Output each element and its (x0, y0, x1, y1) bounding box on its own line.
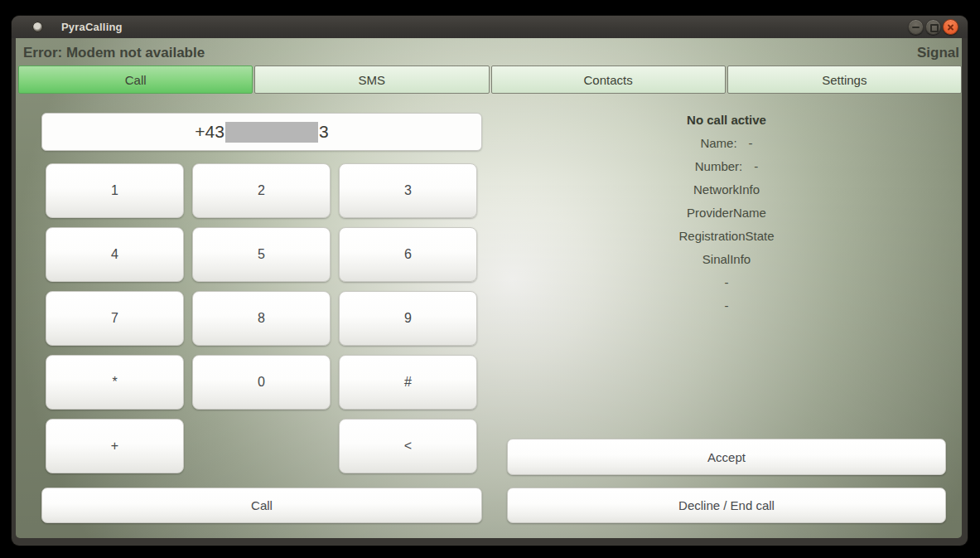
tab-settings[interactable]: Settings (727, 66, 962, 94)
info-row-number: Number:- (507, 155, 946, 178)
maximize-button[interactable] (925, 19, 941, 35)
info-row-registration: RegistrationState (507, 225, 946, 248)
key-9[interactable]: 9 (339, 291, 477, 346)
key-2[interactable]: 2 (192, 163, 331, 218)
number-prefix: +43 (195, 122, 224, 142)
tab-contacts[interactable]: Contacts (491, 66, 726, 94)
minimize-button[interactable] (908, 19, 924, 35)
tab-call[interactable]: Call (18, 66, 253, 94)
info-label: ProviderName (687, 201, 766, 225)
error-message: Error: Modem not available (23, 45, 205, 61)
tab-bar: Call SMS Contacts Settings (18, 66, 962, 94)
key-4[interactable]: 4 (46, 227, 184, 282)
call-button[interactable]: Call (41, 488, 482, 523)
key-star[interactable]: * (46, 355, 184, 410)
key-1[interactable]: 1 (46, 163, 184, 218)
key-5[interactable]: 5 (192, 227, 331, 282)
info-label: Name: (700, 132, 736, 155)
key-3[interactable]: 3 (339, 163, 477, 218)
app-window: PyraCalling Error: Modem not available S… (12, 16, 968, 546)
info-row-network: NetworkInfo (507, 178, 946, 201)
minimize-icon (912, 27, 920, 28)
key-plus[interactable]: + (46, 419, 184, 473)
redacted-number-segment (225, 122, 318, 143)
window-title: PyraCalling (61, 21, 123, 33)
call-info-panel: No call active Name:- Number:- NetworkIn… (507, 109, 946, 318)
key-7[interactable]: 7 (46, 291, 184, 346)
call-status-header: No call active (507, 109, 946, 132)
status-bar: Error: Modem not available Signal (16, 38, 962, 66)
info-label: SinalInfo (702, 248, 751, 271)
info-row-name: Name:- (507, 132, 946, 155)
titlebar[interactable]: PyraCalling (12, 16, 968, 38)
info-label: - (725, 294, 729, 318)
window-controls (908, 19, 958, 35)
info-row-provider: ProviderName (507, 201, 946, 225)
info-row-dash1: - (507, 271, 946, 294)
app-icon (32, 22, 43, 32)
number-suffix: 3 (319, 122, 329, 142)
info-label: NetworkInfo (693, 178, 760, 201)
window-content: Error: Modem not available Signal Call S… (16, 38, 962, 538)
signal-label: Signal (917, 45, 959, 61)
maximize-icon (930, 24, 939, 32)
info-label: RegistrationState (678, 225, 774, 248)
tab-sms[interactable]: SMS (254, 66, 489, 94)
info-label: - (725, 271, 729, 294)
key-hash[interactable]: # (339, 355, 477, 410)
key-8[interactable]: 8 (192, 291, 331, 346)
accept-button[interactable]: Accept (507, 439, 946, 475)
info-value: - (754, 155, 758, 178)
key-6[interactable]: 6 (339, 227, 477, 282)
info-value: - (749, 132, 753, 155)
info-row-dash2: - (507, 294, 946, 318)
keypad: 1 2 3 4 5 6 7 8 9 * 0 # + < (46, 163, 477, 473)
info-row-signalinfo: SinalInfo (507, 248, 946, 271)
key-0[interactable]: 0 (192, 355, 331, 410)
key-backspace[interactable]: < (339, 419, 477, 473)
info-label: Number: (695, 155, 743, 178)
close-button[interactable] (943, 19, 958, 35)
phone-number-input[interactable]: +433 (41, 113, 482, 151)
decline-end-call-button[interactable]: Decline / End call (507, 488, 946, 523)
